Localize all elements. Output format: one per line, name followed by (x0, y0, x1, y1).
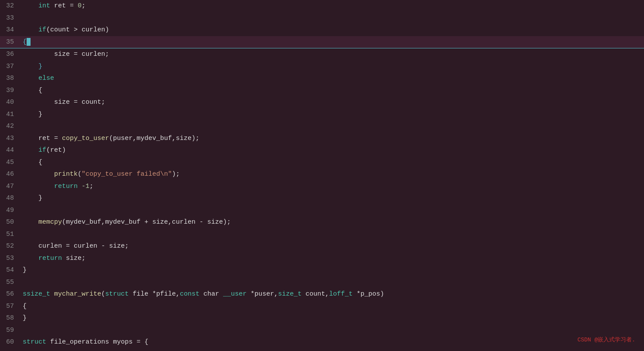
line-content: { (21, 300, 644, 313)
watermark: CSDN @嵌入式学习者. (577, 334, 635, 346)
code-line: 35{ (0, 36, 644, 49)
line-number: 46 (0, 168, 21, 181)
code-line: 39 { (0, 85, 644, 97)
line-content: { (21, 36, 644, 48)
line-number: 43 (0, 133, 21, 145)
line-content: else (21, 72, 644, 85)
line-content: } (21, 264, 644, 276)
code-line: 32 int ret = 0; (0, 0, 644, 12)
code-line: 50 memcpy(mydev_buf,mydev_buf + size,cur… (0, 216, 644, 228)
line-number: 40 (0, 96, 21, 109)
line-content: struct file_operations myops = { (21, 336, 644, 348)
line-content: size = curlen; (21, 48, 644, 61)
line-content: size = count; (21, 96, 644, 109)
line-number: 47 (0, 181, 21, 193)
line-number: 52 (0, 240, 21, 252)
line-content: return size; (21, 252, 644, 265)
line-number: 39 (0, 85, 21, 97)
line-content: int ret = 0; (21, 0, 644, 12)
line-number: 48 (0, 192, 21, 204)
line-content: } (21, 192, 644, 204)
line-number: 50 (0, 216, 21, 228)
line-content (21, 228, 644, 241)
code-line: 36 size = curlen; (0, 48, 644, 61)
line-content: if(ret) (21, 144, 644, 157)
line-content (21, 324, 644, 337)
code-line: 51 (0, 228, 644, 241)
line-number: 38 (0, 72, 21, 85)
code-editor: 32 int ret = 0;33 34 if(count > curlen)3… (0, 0, 644, 351)
line-number: 56 (0, 288, 21, 300)
line-number: 53 (0, 252, 21, 265)
line-number: 59 (0, 324, 21, 337)
line-content: ssize_t mychar_write(struct file *pfile,… (21, 288, 644, 300)
line-number: 44 (0, 144, 21, 157)
line-content: return -1; (21, 181, 644, 193)
line-content: if(count > curlen) (21, 24, 644, 36)
line-number: 57 (0, 300, 21, 313)
code-line: 59 (0, 324, 644, 337)
line-number: 32 (0, 0, 21, 12)
line-number: 41 (0, 109, 21, 121)
code-line: 60struct file_operations myops = { (0, 336, 644, 348)
code-line: 49 (0, 204, 644, 217)
line-content: memcpy(mydev_buf,mydev_buf + size,curlen… (21, 216, 644, 228)
line-number: 45 (0, 157, 21, 169)
line-content: } (21, 109, 644, 121)
line-number: 35 (0, 36, 21, 48)
code-line: 40 size = count; (0, 96, 644, 109)
line-number: 49 (0, 204, 21, 217)
line-content (21, 204, 644, 217)
code-line: 37 } (0, 61, 644, 73)
line-number: 42 (0, 120, 21, 133)
code-line: 41 } (0, 109, 644, 121)
code-line: 47 return -1; (0, 181, 644, 193)
code-line: 43 ret = copy_to_user(puser,mydev_buf,si… (0, 133, 644, 145)
line-number: 36 (0, 48, 21, 61)
code-line: 44 if(ret) (0, 144, 644, 157)
code-line: 42 (0, 120, 644, 133)
line-number: 54 (0, 264, 21, 276)
code-line: 45 { (0, 157, 644, 169)
code-line: 56ssize_t mychar_write(struct file *pfil… (0, 288, 644, 300)
line-number: 58 (0, 312, 21, 324)
line-number: 60 (0, 336, 21, 348)
code-line: 34 if(count > curlen) (0, 24, 644, 36)
code-line: 52 curlen = curlen - size; (0, 240, 644, 252)
line-number: 55 (0, 276, 21, 289)
line-content: { (21, 157, 644, 169)
line-content: ret = copy_to_user(puser,mydev_buf,size)… (21, 133, 644, 145)
line-content: } (21, 312, 644, 324)
line-content (21, 120, 644, 133)
line-content: printk("copy_to_user failed\n"); (21, 168, 644, 181)
line-number: 37 (0, 61, 21, 73)
code-line: 57{ (0, 300, 644, 313)
code-line: 58} (0, 312, 644, 324)
code-line: 46 printk("copy_to_user failed\n"); (0, 168, 644, 181)
code-line: 55 (0, 276, 644, 289)
line-content: { (21, 85, 644, 97)
code-line: 48 } (0, 192, 644, 204)
line-content (21, 276, 644, 289)
text-cursor (27, 38, 31, 46)
code-line: 33 (0, 12, 644, 24)
code-line: 53 return size; (0, 252, 644, 265)
code-line: 38 else (0, 72, 644, 85)
line-content: } (21, 61, 644, 73)
line-content (21, 12, 644, 24)
line-content: curlen = curlen - size; (21, 240, 644, 252)
line-number: 33 (0, 12, 21, 24)
line-number: 34 (0, 24, 21, 36)
code-line: 54} (0, 264, 644, 276)
line-number: 51 (0, 228, 21, 241)
